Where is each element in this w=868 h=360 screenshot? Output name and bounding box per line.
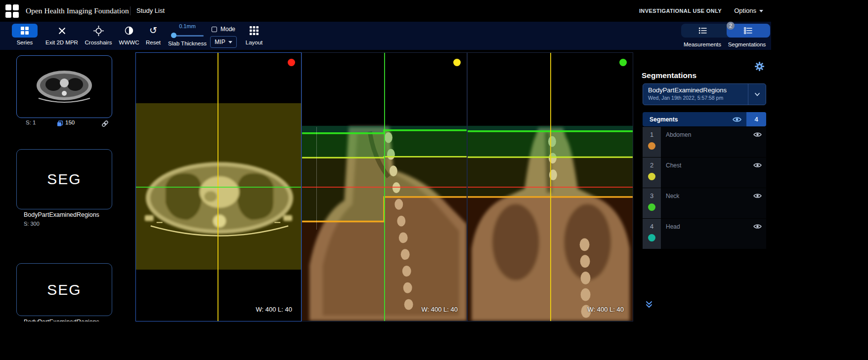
- orientation-dot-coronal: [619, 59, 627, 66]
- chevron-down-icon: [754, 92, 760, 97]
- measurements-panel-button[interactable]: [681, 24, 725, 38]
- panel-title: Segmentations: [642, 71, 696, 80]
- crosshairs-label: Crosshairs: [85, 40, 112, 45]
- segmentations-label: Segmentations: [723, 41, 771, 47]
- segmentation-select-dropdown[interactable]: BodyPartExaminedRegions Wed, Jan 19th 20…: [643, 83, 766, 105]
- viewport-sagittal[interactable]: W: 400 L: 40: [302, 52, 467, 321]
- thumbnail-meta-row: S: 1 150: [16, 120, 112, 128]
- segment-row-abdomen[interactable]: 1 Abdomen: [643, 127, 766, 157]
- ohif-viewer-window: Open Health Imaging Foundation Study Lis…: [0, 0, 771, 321]
- segment-visibility-eye-icon[interactable]: [753, 161, 762, 170]
- thumbnail-seg-2[interactable]: SEG: [16, 263, 112, 316]
- seg-type-label: SEG: [47, 171, 81, 188]
- dropdown-chevron-cell[interactable]: [748, 84, 766, 105]
- slab-thickness-value: 0.1mm: [179, 23, 196, 30]
- toggle-all-segments-eye-icon[interactable]: [733, 116, 741, 123]
- window-level-text: W: 400 L: 40: [422, 306, 458, 313]
- crosshair-horizontal-line[interactable]: [302, 187, 467, 188]
- ohif-logo-icon[interactable]: [5, 4, 19, 18]
- header: Open Health Imaging Foundation Study Lis…: [0, 0, 771, 22]
- segment-visibility-eye-icon[interactable]: [753, 192, 762, 201]
- segment-index-cell: 3: [643, 188, 661, 218]
- seg-2-title: BodyPartExaminedRegions: [24, 319, 99, 321]
- segment-color-swatch[interactable]: [648, 142, 655, 150]
- segments-header-label: Segments: [650, 116, 733, 123]
- stack-icon: [57, 120, 63, 127]
- reset-button[interactable]: ↺ Reset: [142, 22, 164, 50]
- layout-button[interactable]: Layout: [241, 22, 267, 50]
- ct-thumbnail-image: [30, 61, 99, 113]
- mip-value: MIP: [215, 39, 225, 45]
- slider-thumb[interactable]: [171, 33, 176, 38]
- wwwc-button[interactable]: WWWC: [116, 22, 142, 50]
- series-label: Series: [17, 40, 33, 45]
- series-button[interactable]: Series: [7, 22, 43, 50]
- slab-thickness-label: Slab Thickness: [168, 40, 207, 46]
- options-menu-button[interactable]: Options: [734, 0, 763, 22]
- orientation-dot-axial: [288, 59, 295, 66]
- mode-label: Mode: [220, 26, 235, 33]
- main-area: S: 1 150 SEG BodyPartExaminedRegions S: …: [0, 50, 771, 321]
- study-browser-sidebar: S: 1 150 SEG BodyPartExaminedRegions S: …: [0, 50, 135, 321]
- window-level-text: W: 400 L: 40: [256, 306, 292, 313]
- reset-label: Reset: [146, 40, 161, 45]
- crosshair-horizontal-line[interactable]: [468, 187, 633, 188]
- toolbar: Series Exit 2D MPR Crosshairs WWWC ↺ Res…: [0, 22, 771, 50]
- crosshairs-button[interactable]: Crosshairs: [81, 22, 116, 50]
- segment-number: 2: [650, 161, 653, 169]
- segment-row-head[interactable]: 4 Head: [643, 219, 766, 249]
- mip-dropdown[interactable]: MIP: [210, 36, 237, 48]
- series-number-label: S: 1: [26, 120, 36, 125]
- slab-thickness-slider[interactable]: [171, 33, 204, 39]
- viewport-coronal[interactable]: W: 400 L: 40: [467, 52, 633, 321]
- segment-index-cell: 1: [643, 127, 661, 157]
- seg-1-title: BodyPartExaminedRegions: [24, 211, 99, 218]
- mode-checkbox[interactable]: [212, 27, 217, 32]
- layout-label: Layout: [246, 40, 263, 45]
- segment-visibility-eye-icon[interactable]: [753, 223, 762, 232]
- segment-label: Chest: [666, 162, 681, 169]
- crosshair-horizontal-line[interactable]: [136, 187, 301, 188]
- viewport-axial[interactable]: W: 400 L: 40: [135, 52, 302, 321]
- chevron-down-icon: [228, 41, 232, 43]
- segment-number: 3: [650, 192, 653, 200]
- slab-thickness-control[interactable]: 0.1mm Slab Thickness: [167, 22, 208, 50]
- app-title: Open Health Imaging Foundation: [26, 0, 129, 22]
- window-level-text: W: 400 L: 40: [588, 306, 624, 313]
- dropdown-text: BodyPartExaminedRegions Wed, Jan 19th 20…: [643, 84, 748, 105]
- measurements-list-icon: [698, 27, 707, 34]
- contrast-icon: [125, 26, 133, 35]
- segment-number: 4: [650, 223, 653, 230]
- orientation-dot-sagittal: [453, 59, 461, 66]
- segmentations-count-badge: 2: [727, 22, 735, 30]
- segments-count: 4: [746, 112, 766, 126]
- segment-row-chest[interactable]: 2 Chest: [643, 158, 766, 188]
- close-icon: [58, 27, 66, 35]
- segmentation-date: Wed, Jan 19th 2022, 5:57:58 pm: [648, 95, 748, 101]
- segment-color-swatch[interactable]: [648, 173, 655, 180]
- segmentation-name: BodyPartExaminedRegions: [648, 86, 748, 94]
- panel-toggle-group: [681, 24, 770, 38]
- link-icon[interactable]: [101, 120, 109, 127]
- thumbnail-seg-1[interactable]: SEG: [16, 149, 112, 209]
- segment-color-swatch[interactable]: [648, 203, 655, 211]
- thumbnail-ct-series[interactable]: [16, 55, 112, 118]
- segment-body: Head: [661, 219, 766, 249]
- reset-icon: ↺: [149, 26, 157, 36]
- crosshairs-icon: [93, 26, 104, 36]
- collapse-panel-double-chevron-icon[interactable]: [645, 300, 653, 311]
- series-active-pill: [12, 24, 38, 38]
- segment-row-neck[interactable]: 3 Neck: [643, 188, 766, 218]
- measurements-label: Measurements: [681, 41, 724, 47]
- instance-count: 150: [65, 120, 75, 125]
- segment-index-cell: 4: [643, 219, 661, 249]
- layout-grid-icon: [250, 26, 259, 35]
- segmentation-panel: Segmentations BodyPartExaminedRegions We…: [633, 50, 771, 321]
- segment-color-swatch[interactable]: [648, 234, 655, 241]
- segment-label: Neck: [666, 193, 679, 200]
- segmentations-list-icon: [744, 27, 753, 34]
- settings-gear-icon[interactable]: [755, 62, 764, 73]
- exit-2d-mpr-button[interactable]: Exit 2D MPR: [43, 22, 81, 50]
- segment-visibility-eye-icon[interactable]: [753, 131, 762, 140]
- nav-study-list[interactable]: Study List: [136, 0, 165, 22]
